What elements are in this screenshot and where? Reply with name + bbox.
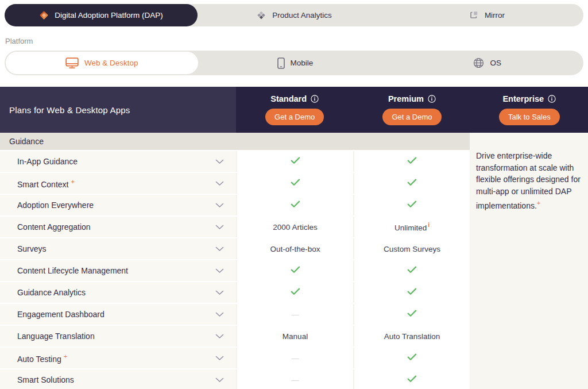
talk-to-sales-button[interactable]: Talk to Sales	[499, 109, 560, 125]
chevron-down-icon[interactable]	[215, 356, 224, 361]
plan-name: Premium	[388, 94, 436, 103]
check-icon	[291, 288, 300, 297]
product-tabs: Digital Adoption Platform (DAP)Product A…	[5, 4, 583, 26]
check-icon	[291, 266, 300, 275]
monitor-icon	[65, 57, 79, 69]
table-row: In-App Guidance	[0, 151, 470, 172]
chevron-down-icon[interactable]	[215, 181, 224, 186]
plan-name: Standard	[270, 94, 319, 103]
table-row: Content Lifecycle Management	[0, 260, 470, 281]
plans-title: Plans for Web & Desktop Apps	[0, 87, 236, 133]
tab-label: Mobile	[291, 59, 314, 67]
dap-diamond-icon	[39, 10, 49, 20]
plan-column-enterprise: EnterpriseTalk to Sales	[471, 87, 588, 133]
platform-tab-os[interactable]: OS	[391, 51, 583, 75]
check-icon	[407, 288, 417, 297]
feature-toggle-smart-context[interactable]: Smart Context +	[0, 173, 236, 194]
table-row: Auto Testing +—	[0, 348, 470, 368]
feature-toggle-content-lifecycle-management[interactable]: Content Lifecycle Management	[0, 260, 236, 281]
table-row: Guidance Analytics	[0, 282, 470, 303]
feature-label: In-App Guidance	[17, 157, 215, 166]
feature-toggle-surveys[interactable]: Surveys	[0, 238, 236, 259]
product-tab-digital-adoption-platform-dap[interactable]: Digital Adoption Platform (DAP)	[5, 4, 198, 26]
cell-text: Manual	[283, 332, 308, 341]
chevron-down-icon[interactable]	[215, 225, 224, 230]
mobile-icon	[277, 57, 285, 69]
feature-toggle-content-aggregation[interactable]: Content Aggregation	[0, 217, 236, 237]
check-icon	[407, 201, 417, 210]
platform-tabs: Web & DesktopMobileOS	[5, 51, 583, 75]
product-tab-mirror[interactable]: Mirror	[390, 4, 583, 26]
cell-text: Custom Surveys	[384, 245, 440, 253]
chevron-down-icon[interactable]	[215, 378, 224, 383]
standard-cell: Manual	[236, 326, 353, 346]
comparison-table: Guidance In-App GuidanceSmart Context +A…	[0, 133, 588, 389]
check-icon	[407, 179, 417, 188]
check-icon	[291, 179, 300, 188]
platform-tab-web-desktop[interactable]: Web & Desktop	[6, 52, 198, 74]
plan-name-label: Enterprise	[502, 94, 544, 103]
standard-cell: Out-of-the-box	[236, 238, 353, 259]
plus-superscript: +	[71, 178, 74, 185]
standard-cell	[236, 195, 353, 215]
feature-toggle-auto-testing[interactable]: Auto Testing +	[0, 348, 236, 368]
feature-toggle-guidance-analytics[interactable]: Guidance Analytics	[0, 282, 236, 303]
dash-icon: —	[292, 310, 299, 319]
plan-name-label: Standard	[270, 94, 307, 103]
premium-cell	[353, 195, 470, 215]
feature-toggle-engagement-dashboard[interactable]: Engagement Dashboard	[0, 304, 236, 325]
enterprise-note-text: Drive enterprise-wide transformation at …	[476, 151, 581, 210]
section-header-guidance: Guidance	[0, 133, 470, 150]
premium-cell: Auto Translation	[353, 326, 470, 346]
chevron-down-icon[interactable]	[215, 334, 224, 339]
info-icon[interactable]	[548, 95, 556, 103]
platform-label: Platform	[5, 37, 588, 46]
table-row: Content Aggregation2000 ArticlesUnlimite…	[0, 217, 470, 237]
standard-cell	[236, 260, 353, 281]
check-icon	[407, 266, 417, 275]
chevron-down-icon[interactable]	[215, 290, 224, 295]
chevron-down-icon[interactable]	[215, 159, 224, 164]
platform-tab-mobile[interactable]: Mobile	[199, 51, 392, 75]
standard-cell: 2000 Articles	[236, 217, 353, 237]
globe-icon	[473, 57, 484, 68]
feature-label: Content Aggregation	[17, 222, 215, 232]
check-icon	[291, 157, 300, 166]
cell-text: 2000 Articles	[273, 223, 317, 232]
dash-icon: —	[292, 354, 299, 363]
feature-toggle-adoption-everywhere[interactable]: Adoption Everywhere	[0, 195, 236, 215]
feature-label: Engagement Dashboard	[17, 310, 215, 319]
cell-text: Out-of-the-box	[270, 245, 320, 253]
info-superscript: i	[428, 222, 430, 228]
product-tab-product-analytics[interactable]: Product Analytics	[198, 4, 390, 26]
standard-cell	[236, 151, 353, 172]
premium-cell	[353, 369, 470, 389]
cell-text: Unlimitedi	[394, 222, 430, 232]
tab-label: Product Analytics	[272, 11, 332, 20]
chevron-down-icon[interactable]	[215, 203, 224, 208]
premium-cell	[353, 173, 470, 194]
feature-toggle-smart-solutions[interactable]: Smart Solutions	[0, 369, 236, 389]
feature-toggle-language-translation[interactable]: Language Translation	[0, 326, 236, 346]
chevron-down-icon[interactable]	[215, 247, 224, 252]
premium-cell	[353, 304, 470, 325]
premium-cell	[353, 348, 470, 368]
chevron-down-icon[interactable]	[215, 312, 224, 317]
check-icon	[407, 310, 417, 319]
chevron-down-icon[interactable]	[215, 268, 224, 274]
get-a-demo-button[interactable]: Get a Demo	[382, 109, 441, 125]
premium-cell: Unlimitedi	[353, 217, 470, 237]
check-icon	[407, 375, 417, 384]
table-row: Smart Context +	[0, 173, 470, 194]
get-a-demo-button[interactable]: Get a Demo	[265, 109, 324, 125]
premium-cell	[353, 282, 470, 303]
features-area: Guidance In-App GuidanceSmart Context +A…	[0, 133, 470, 389]
plan-name: Enterprise	[502, 94, 556, 103]
standard-cell: —	[236, 348, 353, 368]
tab-label: Mirror	[485, 11, 505, 20]
info-icon[interactable]	[428, 95, 436, 103]
feature-toggle-in-app-guidance[interactable]: In-App Guidance	[0, 151, 236, 172]
info-icon[interactable]	[311, 95, 319, 103]
standard-cell: —	[236, 304, 353, 325]
standard-cell	[236, 282, 353, 303]
